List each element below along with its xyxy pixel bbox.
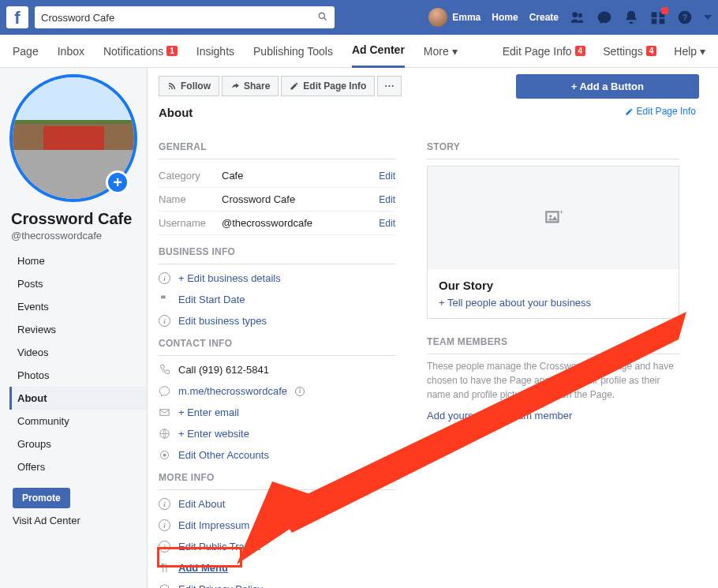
svg-point-3 [578,13,582,17]
globe-icon [159,428,170,440]
sidebar-item-posts[interactable]: Posts [9,272,147,295]
info-icon[interactable]: i [295,387,305,396]
tab-insights[interactable]: Insights [196,35,234,68]
moreinfo-link[interactable]: Edit Privacy Policy [178,583,263,588]
sidebar-item-groups[interactable]: Groups [9,433,147,455]
edit-link[interactable]: Edit [379,170,395,182]
svg-text:+: + [559,208,563,216]
svg-text:?: ? [682,13,688,22]
sidebar-item-offers[interactable]: Offers [9,455,147,478]
create-link[interactable]: Create [529,12,559,23]
story-placeholder[interactable]: + [428,167,679,269]
quick-help-icon[interactable] [650,9,666,25]
page-title: Crossword Cafe [11,210,147,228]
edit-page-info-link[interactable]: Edit Page Info [625,106,696,117]
sidebar-item-community[interactable]: Community [9,410,147,433]
search-icon[interactable] [317,11,328,24]
mail-icon [159,406,170,418]
facebook-logo-icon[interactable]: f [6,6,28,28]
shield-icon [159,583,170,588]
add-photo-icon[interactable]: + [106,170,129,194]
info-icon: i [159,315,170,327]
tab-adcenter[interactable]: Ad Center [352,35,405,68]
tab-settings[interactable]: Settings4 [603,35,656,68]
account-dropdown-icon[interactable] [704,15,712,20]
business-row: iEdit business types [159,315,395,327]
kv-key: Category [159,170,222,182]
svg-rect-7 [660,19,665,24]
page-body: + Crossword Cafe @thecrosswordcafe HomeP… [0,68,718,588]
contact-row: + Enter website [159,428,395,440]
contact-link[interactable]: Edit Other Accounts [178,449,269,461]
about-right-col: STORY + Our Story + Tell people about yo… [427,130,679,588]
accounts-icon [159,449,170,461]
edit-page-info-button[interactable]: Edit Page Info [281,76,375,96]
info-icon: i [159,519,170,531]
add-yourself-team-link[interactable]: Add yourself as a team member [427,410,572,421]
search-input[interactable] [41,12,317,24]
share-button[interactable]: Share [222,76,279,96]
general-row: CategoryCafeEdit [159,164,395,188]
sidebar-item-reviews[interactable]: Reviews [9,318,147,341]
notifications-icon[interactable] [623,9,639,25]
svg-point-14 [549,215,552,217]
sidebar-item-videos[interactable]: Videos [9,341,147,364]
moreinfo-row: Edit Privacy Policy [159,583,395,588]
help-icon[interactable]: ? [677,9,693,25]
topbar: f Emma Home Create ? [0,0,718,35]
contact-row: Edit Other Accounts [159,449,395,461]
top-user-chip[interactable]: Emma [428,8,481,27]
moreinfo-row: iEdit About [159,498,395,510]
avatar-icon [428,8,447,27]
contact-link[interactable]: m.me/thecrosswordcafe [178,385,287,397]
contact-link[interactable]: + Enter website [178,428,249,440]
sidebar-item-photos[interactable]: Photos [9,364,147,387]
home-link[interactable]: Home [492,12,518,23]
friends-icon[interactable] [570,9,585,25]
kv-key: Username [159,217,222,229]
profile-picture[interactable]: + [9,74,137,202]
team-members-desc: These people manage the Crossword Cafe P… [427,359,679,402]
tab-help[interactable]: Help ▾ [674,35,705,68]
edit-info-badge: 4 [575,46,586,56]
main-panel: Follow Share Edit Page Info ··· + Add a … [147,68,718,588]
follow-button[interactable]: Follow [159,76,219,96]
top-right: Emma Home Create ? [428,8,712,27]
tab-publishing[interactable]: Publishing Tools [253,35,333,68]
business-link[interactable]: + Edit business details [178,272,281,284]
svg-point-0 [319,13,324,18]
promote-button[interactable]: Promote [13,488,70,508]
general-row: Username@thecrosswordcafeEdit [159,212,395,235]
sidebar-item-home[interactable]: Home [9,249,147,272]
tab-more[interactable]: More ▾ [424,35,458,68]
info-icon: i [159,498,170,510]
edit-link[interactable]: Edit [379,194,395,205]
contact-link[interactable]: + Enter email [178,406,239,418]
messenger-icon[interactable] [596,9,612,25]
add-a-button-button[interactable]: + Add a Button [516,74,699,99]
moreinfo-link[interactable]: Edit About [178,498,225,510]
business-link[interactable]: Edit Start Date [178,294,245,305]
tab-notifications[interactable]: Notifications1 [103,35,178,68]
sidebar-item-events[interactable]: Events [9,295,147,318]
visit-ad-center-link[interactable]: Visit Ad Center [13,515,147,526]
tab-page[interactable]: Page [13,35,39,68]
more-actions-button[interactable]: ··· [377,76,402,96]
moreinfo-row: iEdit Impressum [159,519,395,531]
kv-val: Cafe [222,170,379,182]
contact-text: Call (919) 612-5841 [178,364,269,376]
moreinfo-link[interactable]: Edit Impressum [178,519,249,531]
tab-edit-page-info[interactable]: Edit Page Info4 [503,35,586,68]
add-image-icon: + [543,208,563,228]
contact-row: + Enter email [159,406,395,418]
story-title: Our Story [439,279,668,292]
business-link[interactable]: Edit business types [178,315,267,327]
story-tell-link[interactable]: + Tell people about your business [439,297,591,309]
sidebar-item-about[interactable]: About [9,387,147,410]
kv-val: Crossword Cafe [222,193,379,205]
annotation-highlight-box [157,547,242,567]
messenger-icon [159,385,170,397]
general-heading: GENERAL [159,141,395,159]
tab-inbox[interactable]: Inbox [58,35,84,68]
edit-link[interactable]: Edit [379,218,395,229]
